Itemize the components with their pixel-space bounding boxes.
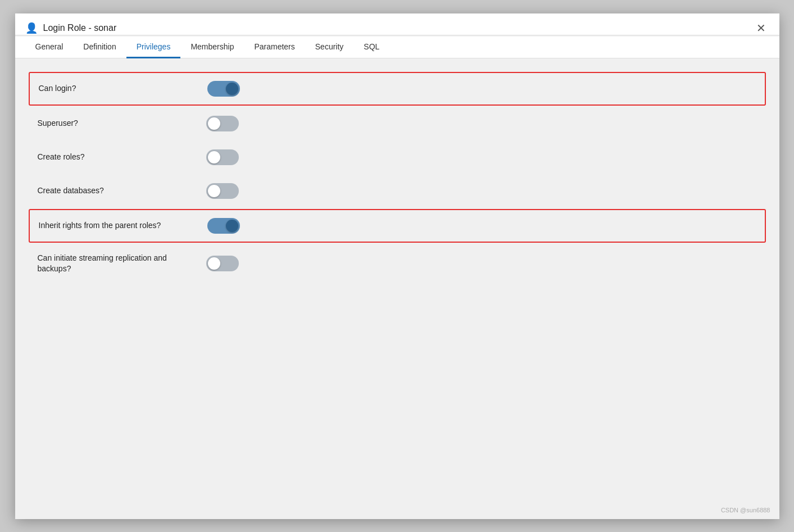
watermark: CSDN @sun6888 bbox=[721, 507, 770, 513]
dialog-title-area: 👤 Login Role - sonar bbox=[25, 22, 117, 34]
tab-membership[interactable]: Membership bbox=[180, 37, 244, 58]
dialog: 👤 Login Role - sonar ✕ GeneralDefinition… bbox=[15, 13, 779, 519]
privilege-row-create-roles: Create roles? bbox=[29, 142, 766, 173]
tab-sql[interactable]: SQL bbox=[353, 37, 389, 58]
toggle-create-roles[interactable] bbox=[206, 149, 239, 165]
privilege-row-superuser: Superuser? bbox=[29, 108, 766, 139]
privilege-label-create-databases: Create databases? bbox=[38, 185, 195, 197]
privilege-row-create-databases: Create databases? bbox=[29, 175, 766, 207]
user-icon: 👤 bbox=[25, 22, 38, 34]
privilege-label-streaming-replication: Can initiate streaming replication and b… bbox=[38, 253, 195, 275]
privilege-label-inherit-rights: Inherit rights from the parent roles? bbox=[39, 220, 196, 231]
tab-security[interactable]: Security bbox=[305, 37, 354, 58]
toggle-inherit-rights[interactable] bbox=[207, 218, 240, 234]
privilege-label-create-roles: Create roles? bbox=[38, 152, 195, 163]
tab-parameters[interactable]: Parameters bbox=[244, 37, 305, 58]
tab-general[interactable]: General bbox=[25, 37, 74, 58]
privilege-label-superuser: Superuser? bbox=[38, 118, 195, 129]
tab-privileges[interactable]: Privileges bbox=[126, 37, 181, 58]
dialog-header: 👤 Login Role - sonar ✕ bbox=[15, 13, 779, 35]
toggle-streaming-replication[interactable] bbox=[206, 256, 239, 271]
dialog-title: Login Role - sonar bbox=[43, 23, 117, 33]
toggle-can-login[interactable] bbox=[207, 81, 240, 97]
toggle-create-databases[interactable] bbox=[206, 183, 239, 199]
privilege-row-streaming-replication: Can initiate streaming replication and b… bbox=[29, 245, 766, 283]
dialog-body: Can login?Superuser?Create roles?Create … bbox=[15, 58, 779, 519]
privilege-label-can-login: Can login? bbox=[39, 83, 196, 94]
privilege-row-inherit-rights: Inherit rights from the parent roles? bbox=[29, 209, 766, 243]
tab-definition[interactable]: Definition bbox=[73, 37, 126, 58]
privilege-row-can-login: Can login? bbox=[29, 72, 766, 106]
close-button[interactable]: ✕ bbox=[753, 21, 769, 35]
toggle-superuser[interactable] bbox=[206, 116, 239, 131]
tabs-bar: GeneralDefinitionPrivilegesMembershipPar… bbox=[15, 37, 779, 58]
